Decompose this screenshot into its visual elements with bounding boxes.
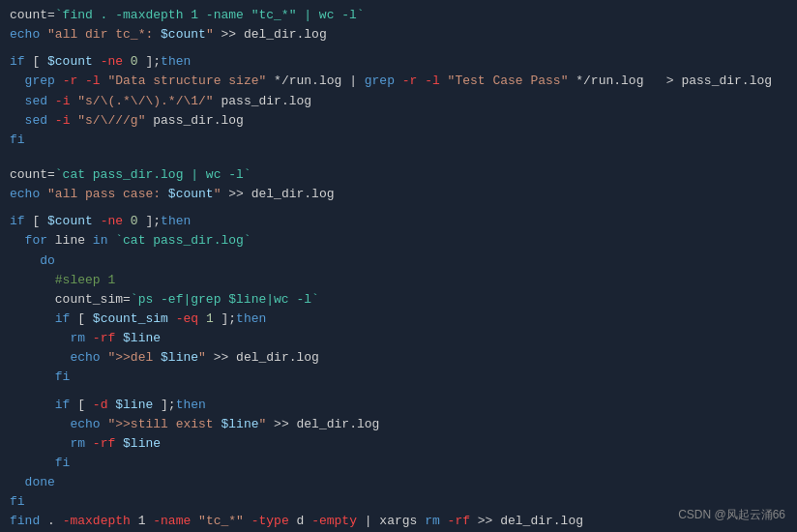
code-line: if [ -d $line ];then [10, 396, 787, 415]
code-line: fi [10, 131, 787, 150]
code-line: #sleep 1 [10, 271, 787, 290]
code-line: for line in `cat pass_dir.log` [10, 231, 787, 251]
code-line: count_sim=`ps -ef|grep $line|wc -l` [10, 290, 787, 310]
code-line: fi [10, 492, 787, 512]
code-line: done [10, 473, 787, 492]
code-line: echo ">>del $line" >> del_dir.log [10, 348, 787, 368]
code-line: grep -r -l "Data structure size" */run.l… [10, 72, 787, 91]
watermark: CSDN @风起云涌66 [678, 506, 785, 524]
code-line: find . -maxdepth 1 -name "tc_*" -type d … [10, 512, 787, 531]
code-line: sed -i "s/\///g" pass_dir.log [10, 111, 787, 131]
code-line: do [10, 251, 787, 271]
code-line: if [ $count_sim -eq 1 ];then [10, 310, 787, 329]
code-line: if [ $count -ne 0 ];then [10, 212, 787, 231]
code-line: fi [10, 368, 787, 387]
code-line: count=`find . -maxdepth 1 -name "tc_*" |… [10, 6, 787, 25]
code-editor: count=`find . -maxdepth 1 -name "tc_*" |… [0, 0, 797, 532]
code-line: sed -i "s/\(.*\/\).*/\1/" pass_dir.log [10, 92, 787, 111]
code-line: echo "all dir tc_*: $count" >> del_dir.l… [10, 25, 787, 44]
code-line: if [ $count -ne 0 ];then [10, 52, 787, 72]
code-line: echo "all pass case: $count" >> del_dir.… [10, 185, 787, 204]
code-line: echo ">>still exist $line" >> del_dir.lo… [10, 415, 787, 434]
code-line: count=`cat pass_dir.log | wc -l` [10, 165, 787, 185]
code-line: rm -rf $line [10, 329, 787, 348]
code-line: fi [10, 454, 787, 473]
code-line: rm -rf $line [10, 434, 787, 454]
